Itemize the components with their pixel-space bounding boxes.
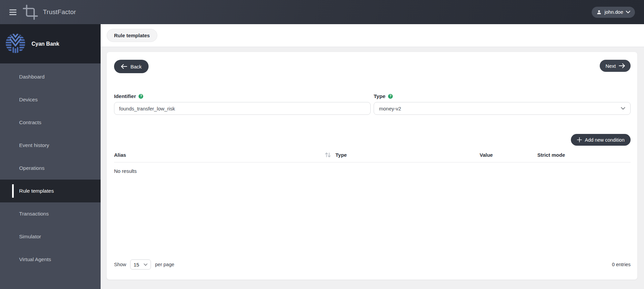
conditions-table-header: Alias Type Value Strict mode [114, 150, 631, 162]
sidebar: Cyan Bank Dashboard Devices Contracts Ev… [0, 24, 101, 289]
hamburger-menu-icon[interactable] [9, 9, 16, 15]
help-icon[interactable]: ? [139, 94, 143, 99]
sidebar-item-contracts[interactable]: Contracts [0, 111, 101, 134]
column-header-type: Type [335, 152, 480, 158]
plus-icon [577, 137, 582, 142]
chevron-down-icon [621, 107, 625, 110]
next-button[interactable]: Next [600, 60, 631, 72]
app-title: TrustFactor [43, 8, 76, 16]
sidebar-nav: Dashboard Devices Contracts Event histor… [0, 63, 101, 271]
org-name: Cyan Bank [32, 41, 59, 47]
type-field-group: Type ? money-v2 [374, 93, 631, 115]
column-header-strict-mode: Strict mode [537, 152, 631, 158]
trustfactor-logo-icon [23, 5, 38, 20]
cyan-bank-logo-icon [5, 33, 26, 55]
sort-icon[interactable] [324, 152, 331, 157]
content-area: Back Next Identifier ? [101, 47, 644, 289]
column-header-alias: Alias [114, 152, 126, 158]
sidebar-item-simulator[interactable]: Simulator [0, 225, 101, 248]
chevron-down-icon [626, 11, 630, 13]
show-label: Show [114, 262, 126, 267]
per-page-label: per page [155, 262, 174, 267]
identifier-label: Identifier [114, 93, 136, 99]
breadcrumb: Rule templates [101, 24, 644, 47]
column-header-value: Value [480, 152, 537, 158]
sidebar-item-transactions[interactable]: Transactions [0, 202, 101, 225]
sidebar-item-operations[interactable]: Operations [0, 157, 101, 180]
main-area: Rule templates Back Next [101, 24, 644, 289]
sidebar-item-event-history[interactable]: Event history [0, 134, 101, 157]
sidebar-item-dashboard[interactable]: Dashboard [0, 65, 101, 88]
sidebar-item-devices[interactable]: Devices [0, 88, 101, 111]
type-label: Type [374, 93, 385, 99]
identifier-field-group: Identifier ? [114, 93, 371, 115]
chevron-down-icon [144, 263, 148, 266]
type-select-value: money-v2 [379, 106, 401, 111]
empty-results-text: No results [114, 162, 631, 174]
add-new-condition-button[interactable]: Add new condition [571, 134, 631, 146]
arrow-right-icon [619, 63, 625, 68]
sidebar-item-virtual-agents[interactable]: Virtual Agents [0, 248, 101, 271]
sidebar-item-rule-templates[interactable]: Rule templates [0, 180, 101, 202]
page-size-value: 15 [133, 262, 139, 268]
arrow-left-icon [121, 64, 127, 69]
user-name: john.doe [604, 9, 623, 15]
back-button[interactable]: Back [114, 60, 149, 73]
type-select[interactable]: money-v2 [374, 102, 631, 115]
conditions-table: Alias Type Value Strict mode [114, 150, 631, 174]
org-header: Cyan Bank [0, 24, 101, 63]
topbar: TrustFactor john.doe [0, 0, 644, 24]
user-avatar-icon [596, 9, 602, 15]
entries-count: 0 entries [612, 262, 631, 267]
rule-template-card: Back Next Identifier ? [107, 52, 637, 280]
help-icon[interactable]: ? [388, 94, 393, 99]
user-menu[interactable]: john.doe [592, 7, 635, 18]
page-size-select[interactable]: 15 [130, 259, 151, 270]
identifier-input[interactable] [114, 102, 371, 115]
breadcrumb-tab-rule-templates[interactable]: Rule templates [107, 29, 157, 42]
pagination-bar: Show 15 per page 0 entries [114, 259, 631, 270]
